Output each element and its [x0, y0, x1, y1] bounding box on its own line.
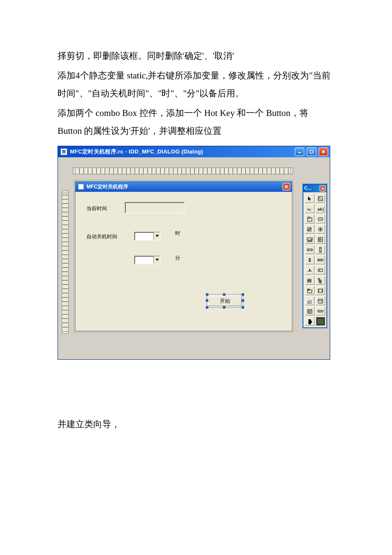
- label-shutdown-time: 自动关机时间: [86, 234, 117, 240]
- tool-button[interactable]: [316, 214, 325, 223]
- tool-tree-control[interactable]: [316, 276, 325, 285]
- svg-point-70: [319, 311, 319, 311]
- tool-static-text[interactable]: Aa: [305, 204, 314, 213]
- chevron-down-icon: [153, 256, 160, 264]
- combo-hour[interactable]: [134, 232, 161, 240]
- ide-title: MFC定时关机程序.rc - IDD_MFC_DIALOG (Dialog): [70, 148, 203, 155]
- horizontal-ruler-end: [291, 168, 293, 174]
- svg-rect-19: [318, 218, 323, 220]
- selection-handle[interactable]: [206, 293, 208, 296]
- toolbox-close-button[interactable]: [320, 185, 326, 191]
- svg-point-71: [320, 311, 320, 311]
- tool-spin[interactable]: [305, 255, 314, 264]
- svg-point-64: [321, 301, 322, 302]
- hotkey-box[interactable]: [125, 202, 184, 213]
- window-icon: [61, 148, 67, 155]
- tool-list-control[interactable]: [305, 276, 314, 285]
- controls-toolbox[interactable]: C... Aa ab|: [303, 184, 327, 328]
- tool-progress[interactable]: [316, 255, 325, 264]
- dialog-body: 当前时间 自动关机时间 时 分: [75, 192, 292, 331]
- svg-rect-34: [320, 247, 321, 252]
- svg-rect-41: [320, 260, 320, 260]
- dialog-icon: [78, 184, 84, 190]
- ide-titlebar: MFC定时关机程序.rc - IDD_MFC_DIALOG (Dialog): [58, 146, 330, 157]
- selection-handle[interactable]: [242, 306, 244, 309]
- label-minute: 分: [175, 255, 180, 261]
- svg-rect-53: [320, 280, 321, 281]
- svg-marker-24: [311, 239, 312, 240]
- svg-marker-33: [311, 249, 312, 250]
- vertical-ruler-end: [62, 331, 69, 334]
- selection-handle[interactable]: [242, 299, 244, 302]
- paragraph-2: 添加4个静态变量 static,并右键所添加变量，修改属性，分别改为"当前时间"…: [58, 66, 332, 102]
- svg-marker-38: [308, 260, 311, 262]
- selection-handle[interactable]: [206, 306, 208, 309]
- svg-rect-18: [308, 217, 310, 218]
- label-hour: 时: [175, 230, 180, 236]
- start-button[interactable]: 开始: [208, 296, 242, 306]
- svg-rect-62: [318, 299, 323, 303]
- tool-animate[interactable]: [316, 286, 325, 295]
- svg-text:ab|: ab|: [317, 208, 323, 212]
- minimize-button[interactable]: [295, 147, 304, 156]
- combo-minute[interactable]: [134, 256, 161, 264]
- tool-vertical-scrollbar[interactable]: [316, 245, 325, 254]
- tool-hotkey[interactable]: [316, 266, 325, 275]
- tool-custom-control[interactable]: [305, 317, 314, 326]
- svg-rect-48: [308, 279, 309, 280]
- toolbox-title-label: C...: [304, 185, 311, 191]
- chevron-down-icon: [153, 232, 160, 240]
- dialog-close-button[interactable]: [282, 183, 290, 191]
- tool-pointer[interactable]: [305, 194, 314, 203]
- svg-point-72: [321, 311, 322, 311]
- svg-rect-40: [318, 260, 319, 260]
- svg-rect-54: [320, 282, 321, 283]
- design-dialog[interactable]: MFC定时关机程序 当前时间 自动关机时间 时: [75, 181, 292, 331]
- close-button[interactable]: [319, 147, 328, 156]
- tool-datetime-picker[interactable]: [316, 296, 325, 305]
- selection-handle[interactable]: [223, 293, 225, 296]
- svg-marker-8: [156, 235, 159, 237]
- ide-body: MFC定时关机程序 当前时间 自动关机时间 时: [58, 157, 330, 359]
- vertical-ruler: [62, 193, 69, 332]
- toolbox-grid: Aa ab|: [303, 192, 326, 327]
- start-button-label: 开始: [220, 298, 230, 304]
- dialog-titlebar[interactable]: MFC定时关机程序: [75, 182, 292, 192]
- tool-combo-box[interactable]: [305, 235, 314, 244]
- svg-marker-36: [320, 251, 321, 251]
- svg-rect-52: [318, 278, 320, 280]
- selection-handle[interactable]: [206, 299, 208, 302]
- tool-rich-edit[interactable]: ab: [305, 296, 314, 305]
- svg-marker-9: [156, 259, 159, 261]
- svg-rect-42: [321, 260, 322, 260]
- tool-tab-control[interactable]: [305, 286, 314, 295]
- tool-list-box[interactable]: [316, 235, 325, 244]
- tool-horizontal-scrollbar[interactable]: [305, 245, 314, 254]
- svg-point-22: [320, 228, 321, 230]
- svg-marker-37: [308, 258, 311, 260]
- tool-group-box[interactable]: [305, 214, 314, 223]
- tool-slider[interactable]: [305, 266, 314, 275]
- tool-extended-combo[interactable]: [316, 317, 325, 326]
- tool-picture[interactable]: [316, 194, 325, 203]
- ide-window: MFC定时关机程序.rc - IDD_MFC_DIALOG (Dialog): [58, 146, 330, 360]
- svg-marker-32: [308, 249, 309, 250]
- selection-handle[interactable]: [223, 306, 225, 309]
- svg-rect-65: [308, 309, 312, 313]
- svg-rect-45: [318, 269, 323, 272]
- maximize-button[interactable]: [307, 147, 316, 156]
- tool-radio-button[interactable]: [316, 225, 325, 234]
- tool-checkbox[interactable]: [305, 225, 314, 234]
- paragraph-4: 并建立类向导，: [58, 415, 332, 433]
- svg-text:Aa: Aa: [307, 207, 311, 211]
- tool-ip-address[interactable]: [316, 306, 325, 315]
- svg-rect-49: [308, 281, 309, 282]
- toolbox-title[interactable]: C...: [303, 185, 326, 192]
- selection-handle[interactable]: [242, 293, 244, 296]
- label-current-time: 当前时间: [86, 205, 107, 211]
- tool-edit-box[interactable]: ab|: [316, 204, 325, 213]
- tool-month-calendar[interactable]: [305, 306, 314, 315]
- paragraph-3: 添加两个 combo Box 控件，添加一个 Hot Key 和一个 Butto…: [58, 104, 332, 140]
- svg-rect-73: [318, 320, 323, 323]
- dialog-title: MFC定时关机程序: [86, 184, 128, 190]
